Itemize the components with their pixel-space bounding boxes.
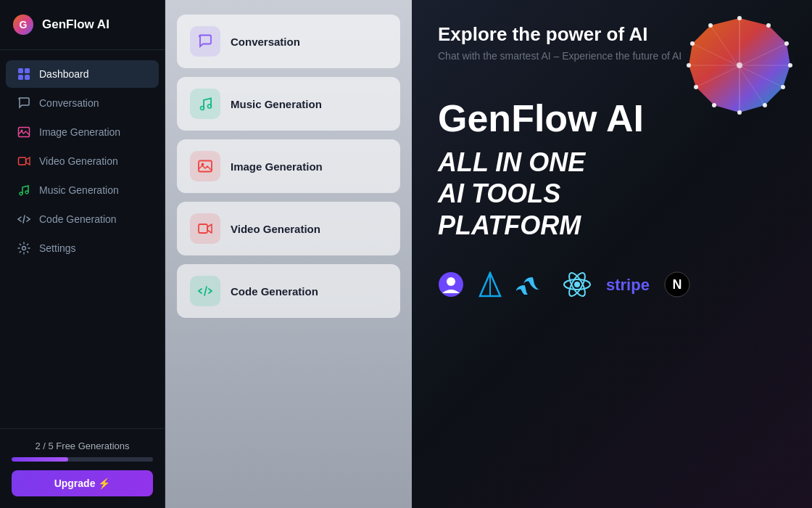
conversation-tool-icon [197,33,213,49]
tech-logos-row: stripe N [438,270,786,299]
prisma-logo [478,271,502,298]
conversation-tool-icon-wrap [190,26,220,57]
svg-point-40 [574,282,580,287]
code-tool-icon-wrap [190,276,220,306]
svg-point-35 [737,62,742,68]
svg-rect-16 [199,224,207,233]
svg-point-26 [788,63,792,67]
svg-point-11 [22,247,26,250]
svg-point-37 [447,277,455,286]
music-tool-icon [197,96,213,112]
logo-text: GenFlow AI [42,17,109,32]
svg-rect-8 [19,157,26,165]
sidebar-label-code: Code Generation [39,213,117,225]
sidebar-item-music-generation[interactable]: Music Generation [6,176,159,204]
svg-text:stripe: stripe [606,276,650,294]
svg-point-9 [20,192,22,195]
sidebar-label-settings: Settings [39,242,76,254]
upgrade-button[interactable]: Upgrade ⚡ [12,470,153,496]
sidebar-item-video-generation[interactable]: Video Generation [6,147,159,175]
svg-point-12 [201,107,204,110]
settings-icon [17,242,30,255]
main-content: Conversation Music Generation [165,0,812,508]
image-tool-icon [197,158,213,174]
logo-icon: G [12,13,35,36]
clerk-logo [438,271,464,298]
tool-label-conversation: Conversation [231,36,300,48]
svg-point-27 [781,85,785,89]
sidebar-nav: Dashboard Conversation Image Generation [0,50,165,428]
svg-point-24 [766,23,771,28]
music-tool-icon-wrap [190,89,220,119]
sidebar-item-dashboard[interactable]: Dashboard [6,60,159,88]
nextjs-logo: N [664,271,690,298]
tagline-line3: PLATFORM [438,210,786,241]
tool-card-image[interactable]: Image Generation [177,139,400,193]
svg-point-31 [694,85,698,89]
svg-point-13 [208,105,212,108]
hero-brand: GenFlow AI ALL IN ONE AI TOOLS PLATFORM [438,98,786,241]
svg-point-25 [784,41,789,46]
tool-card-video[interactable]: Video Generation [177,202,400,255]
svg-rect-14 [199,161,212,172]
sidebar-item-image-generation[interactable]: Image Generation [6,118,159,146]
image-gen-icon [17,126,30,139]
brain-illustration [682,15,798,116]
svg-rect-5 [25,75,30,80]
brain-svg [682,15,798,116]
svg-point-23 [737,16,742,20]
code-tool-icon [197,283,213,299]
sidebar-footer: 2 / 5 Free Generations Upgrade ⚡ [0,428,165,508]
svg-rect-4 [18,75,23,80]
svg-point-30 [712,103,716,107]
svg-point-28 [763,103,767,107]
svg-point-34 [708,23,713,28]
music-gen-icon [17,184,30,197]
svg-point-33 [690,41,695,46]
video-tool-icon-wrap [190,213,220,244]
logo-area: G GenFlow AI [0,0,165,50]
sidebar-label-image: Image Generation [39,126,120,138]
stripe-logo: stripe [606,274,650,295]
tools-panel: Conversation Music Generation [165,0,412,508]
tool-label-code: Code Generation [231,285,318,298]
svg-rect-3 [25,68,30,73]
svg-text:N: N [673,277,682,292]
sidebar-label-conversation: Conversation [39,97,99,109]
conversation-icon [17,97,30,110]
dashboard-icon [17,67,30,81]
tailwind-logo [516,274,548,295]
progress-bar-background [12,457,153,462]
brand-tagline: ALL IN ONE AI TOOLS PLATFORM [438,147,786,241]
svg-point-32 [687,63,691,67]
tagline-line1: ALL IN ONE [438,147,786,178]
sidebar-label-dashboard: Dashboard [39,68,89,80]
progress-bar-fill [12,457,68,462]
svg-text:G: G [20,19,28,30]
video-tool-icon [197,221,213,237]
sidebar-label-video: Video Generation [39,155,118,167]
sidebar-item-settings[interactable]: Settings [6,234,159,262]
tool-label-image: Image Generation [231,160,323,173]
sidebar-item-conversation[interactable]: Conversation [6,89,159,117]
tool-card-code[interactable]: Code Generation [177,264,400,318]
image-tool-icon-wrap [190,151,220,181]
tool-card-music[interactable]: Music Generation [177,77,400,131]
tagline-line2: AI TOOLS [438,178,786,209]
sidebar-label-music: Music Generation [39,184,119,196]
code-gen-icon [17,213,30,226]
tool-label-music: Music Generation [231,98,322,110]
sidebar-item-code-generation[interactable]: Code Generation [6,205,159,233]
sidebar: G GenFlow AI Dashboard Conv [0,0,165,508]
video-gen-icon [17,155,30,168]
svg-point-10 [25,191,28,194]
hero-panel: Explore the power of AI Chat with the sm… [412,0,812,508]
tool-card-conversation[interactable]: Conversation [177,15,400,68]
tool-label-video: Video Generation [231,223,320,235]
svg-rect-2 [18,68,23,73]
svg-point-29 [737,110,742,115]
generations-count: 2 / 5 Free Generations [12,441,153,451]
react-logo [563,270,592,299]
